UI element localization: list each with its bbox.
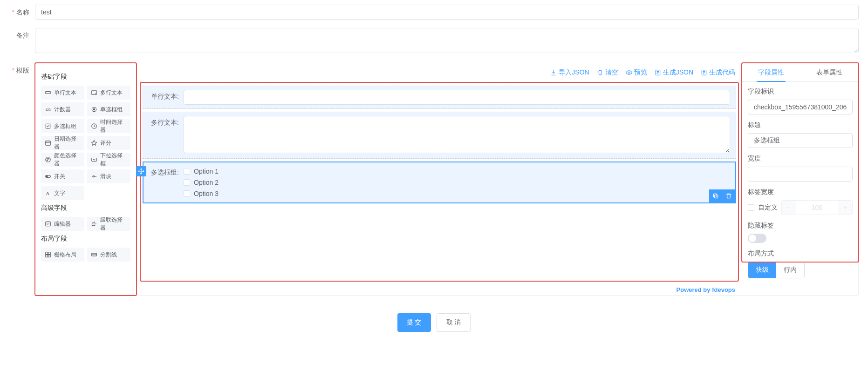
canvas-input[interactable] (184, 90, 730, 105)
palette-item-label: 开关 (54, 173, 65, 181)
field-id-label: 字段标识 (748, 88, 853, 96)
palette-item-checkbox[interactable]: 多选框组 (41, 119, 84, 133)
cancel-button[interactable]: 取 消 (437, 313, 471, 332)
star-icon (91, 140, 97, 146)
palette-item-label: 日期选择器 (54, 135, 81, 151)
canvas-area[interactable]: 单行文本:多行文本:多选框组:Option 1Option 2Option 3 (137, 82, 742, 282)
switch-icon (45, 173, 51, 180)
palette-item-select[interactable]: 下拉选择框 (87, 153, 130, 167)
custom-labelwidth-checkbox[interactable] (748, 204, 754, 211)
palette-item-label: 文字 (54, 189, 65, 197)
checkbox-option[interactable]: Option 1 (184, 166, 730, 177)
canvas-field-2[interactable]: 多选框组:Option 1Option 2Option 3 (143, 162, 736, 203)
canvas-wrap: 导入JSON 清空 预览 生成JSON 生成代码 单行文本:多行文本:多选框组:… (137, 63, 742, 295)
stepper-minus[interactable]: − (782, 201, 796, 215)
palette-item-radio[interactable]: 单选框组 (87, 102, 130, 116)
fdevops-link[interactable]: Powered by fdevops (677, 286, 735, 293)
palette-item-star[interactable]: 评分 (87, 136, 130, 150)
palette-item-label: 颜色选择器 (54, 152, 81, 168)
canvas-field-control: Option 1Option 2Option 3 (184, 166, 730, 199)
name-input[interactable] (35, 5, 859, 20)
svg-rect-29 (713, 194, 717, 197)
palette-item-label: 时间选择器 (100, 118, 127, 134)
tab-form-props[interactable]: 表单属性 (800, 63, 859, 81)
palette-item-editor[interactable]: 编辑器 (41, 217, 84, 231)
gen-code-button[interactable]: 生成代码 (701, 68, 735, 77)
palette-item-font[interactable]: A文字 (41, 186, 84, 200)
form-actions: 提 交 取 消 (9, 304, 859, 341)
gen-json-button[interactable]: 生成JSON (655, 68, 693, 77)
submit-button[interactable]: 提 交 (397, 313, 431, 332)
layout-inline-button[interactable]: 行内 (776, 262, 804, 278)
stepper-plus[interactable]: + (838, 201, 852, 215)
template-label: 模版 (9, 63, 35, 75)
width-prop-input[interactable] (748, 167, 853, 182)
form-builder: 基础字段 单行文本多行文本123计数器单选框组多选框组时间选择器日期选择器评分颜… (35, 63, 859, 296)
title-prop-input[interactable] (748, 133, 853, 148)
name-label: 名称 (9, 5, 35, 17)
delete-field-button[interactable] (722, 189, 735, 202)
checkbox-option[interactable]: Option 2 (184, 177, 730, 188)
hidelabel-prop-label: 隐藏标签 (748, 222, 853, 230)
svg-point-14 (46, 176, 48, 177)
svg-rect-7 (46, 141, 51, 145)
palette-item-label: 栅格布局 (54, 251, 76, 259)
builder-toolbar: 导入JSON 清空 预览 生成JSON 生成代码 (137, 63, 742, 82)
field-id-input[interactable] (748, 100, 853, 115)
stepper-value: 100 (796, 204, 838, 211)
remark-label: 备注 (9, 28, 35, 40)
palette-item-calendar[interactable]: 日期选择器 (41, 136, 84, 150)
selected-actions (709, 189, 735, 202)
clock-icon (91, 123, 97, 129)
svg-text:A: A (46, 191, 49, 196)
canvas-field-1[interactable]: 多行文本: (143, 112, 736, 159)
properties-panel: 字段属性 表单属性 字段标识 标题 宽度 (742, 63, 858, 295)
svg-rect-0 (46, 92, 51, 94)
grid-icon (45, 251, 51, 258)
drag-handle-icon[interactable] (136, 166, 146, 176)
canvas-field-control (184, 90, 730, 105)
svg-rect-20 (46, 252, 48, 255)
checkbox-icon (45, 123, 51, 129)
palette-item-cascader[interactable]: 级联选择器 (87, 217, 130, 231)
checkbox-option[interactable]: Option 3 (184, 188, 730, 199)
palette-item-grid[interactable]: 栅格布局 (41, 248, 84, 262)
custom-label-text: 自定义 (758, 203, 778, 212)
canvas-field-label: 单行文本: (149, 90, 184, 101)
palette-item-palette[interactable]: 颜色选择器 (41, 153, 84, 167)
checkbox-box[interactable] (184, 168, 190, 175)
tab-field-props[interactable]: 字段属性 (742, 63, 800, 81)
checkbox-box[interactable] (184, 190, 190, 197)
remark-input[interactable] (35, 28, 859, 53)
editor-icon (45, 221, 51, 227)
svg-rect-12 (92, 158, 97, 162)
layout-block-button[interactable]: 块级 (748, 262, 776, 278)
hidelabel-switch[interactable] (748, 234, 766, 243)
palette-icon (45, 156, 51, 163)
canvas-textarea[interactable] (184, 116, 730, 153)
svg-point-18 (95, 222, 95, 222)
checkbox-box[interactable] (184, 179, 190, 186)
palette-item-divider[interactable]: 分割线 (87, 248, 130, 262)
palette-item-textarea[interactable]: 多行文本 (87, 86, 130, 100)
palette-item-label: 评分 (100, 139, 111, 147)
labelwidth-stepper[interactable]: − 100 + (781, 200, 853, 215)
divider-icon (91, 251, 97, 258)
palette-item-text-line[interactable]: 单行文本 (41, 86, 84, 100)
slider-icon (91, 173, 97, 180)
preview-button[interactable]: 预览 (626, 68, 647, 77)
palette-item-switch[interactable]: 开关 (41, 169, 84, 183)
import-json-button[interactable]: 导入JSON (550, 68, 589, 77)
palette-item-clock[interactable]: 时间选择器 (87, 119, 130, 133)
field-palette: 基础字段 单行文本多行文本123计数器单选框组多选框组时间选择器日期选择器评分颜… (34, 62, 137, 296)
props-tabs: 字段属性 表单属性 (742, 63, 858, 82)
palette-item-label: 多行文本 (100, 89, 123, 97)
palette-item-slider[interactable]: 滑块 (87, 169, 130, 183)
clear-button[interactable]: 清空 (597, 68, 618, 77)
canvas-field-label: 多行文本: (149, 116, 184, 127)
palette-item-label: 级联选择器 (100, 216, 127, 232)
copy-field-button[interactable] (709, 189, 722, 202)
palette-item-counter[interactable]: 123计数器 (41, 102, 84, 116)
width-prop-label: 宽度 (748, 155, 853, 163)
canvas-field-0[interactable]: 单行文本: (143, 86, 736, 109)
